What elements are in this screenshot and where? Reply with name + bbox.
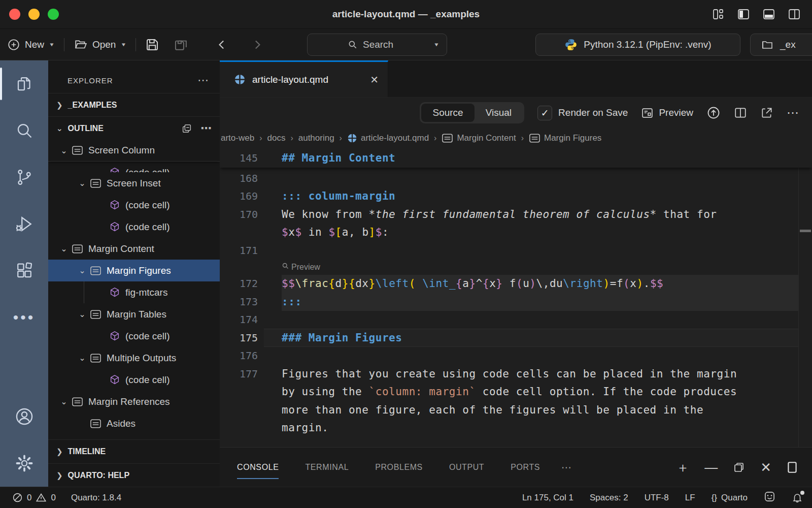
problems-status[interactable]: 0 0 <box>12 492 56 503</box>
breadcrumb-item[interactable]: article-layout.qmd <box>347 133 429 143</box>
outline-item-multiple-outputs[interactable]: ⌄Multiple Outputs <box>48 347 220 369</box>
explorer-more-actions[interactable]: ⋯ <box>197 74 210 87</box>
breadcrumb-item[interactable]: Margin Content <box>442 133 516 143</box>
open-in-new-window-button[interactable] <box>760 106 773 119</box>
math-preview-toggle[interactable]: Preview <box>220 260 812 275</box>
panel-layout-button[interactable] <box>787 461 798 474</box>
section-examples[interactable]: ❯ _EXAMPLES <box>48 93 220 116</box>
workspace-folder-button[interactable]: _ex <box>750 34 812 56</box>
outline-item-screen-inset[interactable]: ⌄Screen Inset <box>48 172 220 194</box>
render-on-save-checkbox[interactable]: ✓ Render on Save <box>537 106 628 120</box>
outline-item--code-cell-[interactable]: (code cell) <box>48 194 220 216</box>
eol-status[interactable]: LF <box>685 493 695 503</box>
new-console-button[interactable]: ＋ <box>676 461 689 474</box>
panel-tab-terminal[interactable]: TERMINAL <box>305 448 362 487</box>
feedback-button[interactable] <box>764 491 775 505</box>
minimize-panel-button[interactable]: — <box>704 461 718 474</box>
navigate-forward-button[interactable] <box>244 38 270 51</box>
close-tab-icon[interactable]: ✕ <box>370 74 379 86</box>
toggle-right-sidebar-icon[interactable] <box>788 8 801 21</box>
settings-button[interactable] <box>0 440 48 487</box>
outline-item-margin-references[interactable]: ⌄Margin References <box>48 391 220 412</box>
panel-tab-ports[interactable]: PORTS <box>511 448 553 487</box>
panel-tab-problems[interactable]: PROBLEMS <box>375 448 436 487</box>
close-window-button[interactable] <box>9 9 20 20</box>
code-line-168[interactable]: 168 <box>220 169 812 187</box>
outline-item--code-cell-[interactable]: (code cell) <box>48 325 220 347</box>
breadcrumb-item[interactable]: arto-web <box>221 133 254 143</box>
language-mode-status[interactable]: {} Quarto <box>712 493 748 503</box>
interpreter-selector-button[interactable]: Python 3.12.1 (PipEnv: .venv) <box>535 34 740 56</box>
panel-more-tabs[interactable]: ⋯ <box>561 461 572 473</box>
preview-button[interactable]: Preview <box>641 107 693 119</box>
section-timeline[interactable]: ❯ TIMELINE <box>48 440 220 463</box>
toggle-source[interactable]: Source <box>421 104 474 122</box>
code-line-174[interactable]: 174 <box>220 311 812 329</box>
code-line-wrap[interactable]: more than one figure, each of the figure… <box>220 401 812 419</box>
render-document-button[interactable] <box>706 106 721 120</box>
editor-more-actions[interactable]: ⋯ <box>787 106 800 120</box>
sidebar-item-search[interactable] <box>0 107 48 154</box>
sidebar-item-run-debug[interactable] <box>0 201 48 247</box>
open-button[interactable]: Open▼ <box>66 38 133 51</box>
zoom-window-button[interactable] <box>48 9 59 20</box>
code-line-175[interactable]: 175### Margin Figures <box>220 329 812 347</box>
sticky-scroll-line[interactable]: 145 ## Margin Content <box>220 148 812 168</box>
breadcrumb-item[interactable]: Margin Figures <box>529 133 601 143</box>
code-editor[interactable]: 145 ## Margin Content 168169::: column-m… <box>220 148 812 447</box>
outline-item-margin-figures[interactable]: ⌄Margin Figures <box>48 260 220 281</box>
collapse-all-icon[interactable] <box>181 123 192 134</box>
cursor-position-status[interactable]: Ln 175, Col 1 <box>522 493 573 503</box>
code-line-wrap[interactable]: by using the `column: margin` code cell … <box>220 383 812 401</box>
clipped-tree-row[interactable]: (code cell) <box>48 162 220 172</box>
code-line-169[interactable]: 169::: column-margin <box>220 187 812 206</box>
code-line-177[interactable]: 177Figures that you create using code ce… <box>220 365 812 383</box>
sidebar-item-source-control[interactable] <box>0 154 48 201</box>
global-search-input[interactable]: Search ▼ <box>307 34 447 56</box>
navigate-back-button[interactable] <box>209 38 235 51</box>
outline-item--code-cell-[interactable]: (code cell) <box>48 162 220 172</box>
editor-scrollbar[interactable] <box>798 148 812 447</box>
save-button[interactable] <box>138 37 166 52</box>
breadcrumb-item[interactable]: authoring <box>298 133 334 143</box>
toggle-visual[interactable]: Visual <box>475 104 523 122</box>
search-dropdown-chevron-icon[interactable]: ▼ <box>433 42 439 47</box>
outline-item-asides[interactable]: Asides <box>48 412 220 434</box>
outline-more-actions[interactable]: ⋯ <box>200 122 213 135</box>
outline-item--code-cell-[interactable]: (code cell) <box>48 216 220 238</box>
quarto-version-status[interactable]: Quarto: 1.8.4 <box>71 493 121 503</box>
outline-item-margin-tables[interactable]: ⌄Margin Tables <box>48 303 220 325</box>
new-button[interactable]: New▼ <box>0 38 62 51</box>
code-line-171[interactable]: 171 <box>220 241 812 260</box>
toggle-left-sidebar-icon[interactable] <box>737 8 750 21</box>
code-line-170[interactable]: 170We know from *the first fundamental t… <box>220 205 812 224</box>
notifications-button[interactable] <box>792 492 803 503</box>
account-button[interactable] <box>0 393 48 440</box>
code-line-172[interactable]: 172$$\frac{d}{dx}\left( \int_{a}^{x} f(u… <box>220 275 812 293</box>
minimize-window-button[interactable] <box>28 9 40 20</box>
tab-article-layout-qmd[interactable]: article-layout.qmd ✕ <box>220 60 388 97</box>
outline-item-screen-column[interactable]: ⌄Screen Column <box>48 140 220 162</box>
panel-tab-console[interactable]: CONSOLE <box>237 448 292 487</box>
section-outline[interactable]: ⌄ OUTLINE ⋯ <box>48 116 220 140</box>
indentation-status[interactable]: Spaces: 2 <box>590 493 628 503</box>
code-line-176[interactable]: 176 <box>220 347 812 365</box>
customize-layout-icon[interactable] <box>712 8 725 21</box>
panel-tab-output[interactable]: OUTPUT <box>449 448 497 487</box>
sidebar-more-actions[interactable]: ••• <box>0 294 48 341</box>
code-line-wrap[interactable]: $x$ in $[a, b]$: <box>220 224 812 242</box>
outline-item-fig-mtcars[interactable]: fig-mtcars <box>48 281 220 303</box>
split-editor-button[interactable] <box>734 106 747 119</box>
encoding-status[interactable]: UTF-8 <box>645 493 669 503</box>
close-panel-button[interactable]: ✕ <box>760 461 771 474</box>
code-line-173[interactable]: 173::: <box>220 293 812 311</box>
code-line-wrap[interactable]: margin. <box>220 419 812 437</box>
sidebar-item-extensions[interactable] <box>0 247 48 294</box>
sidebar-item-explorer[interactable] <box>0 60 48 107</box>
section-quarto-help[interactable]: ❯ QUARTO: HELP <box>48 463 220 487</box>
save-all-button[interactable] <box>166 37 196 52</box>
outline-item-margin-content[interactable]: ⌄Margin Content <box>48 238 220 260</box>
outline-item--code-cell-[interactable]: (code cell) <box>48 369 220 391</box>
restore-panel-button[interactable] <box>733 461 745 473</box>
breadcrumb-item[interactable]: docs <box>267 133 285 143</box>
